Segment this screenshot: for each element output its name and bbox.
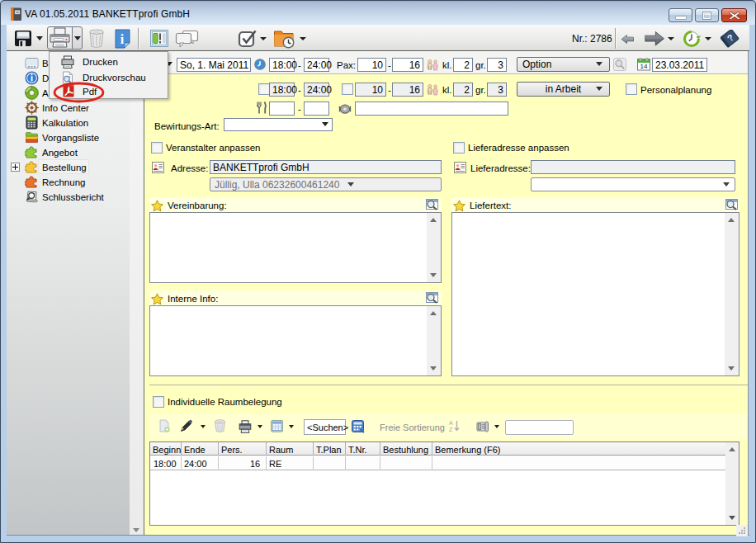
svg-text:A: A — [449, 420, 453, 426]
svg-text:i: i — [120, 32, 125, 46]
svg-text:14: 14 — [640, 63, 648, 70]
svg-text:Z: Z — [449, 427, 453, 432]
